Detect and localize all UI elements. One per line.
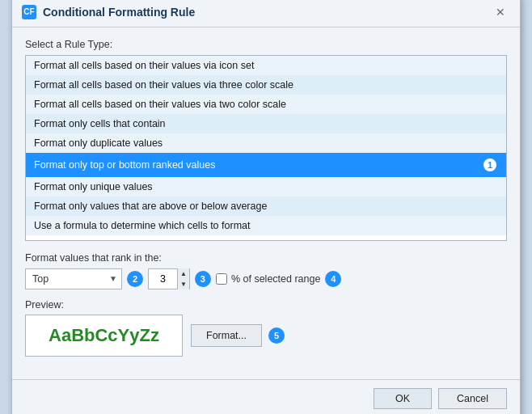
list-item-top-bottom-label: Format only top or bottom ranked values bbox=[34, 159, 215, 171]
rule-type-label: Select a Rule Type: bbox=[25, 39, 507, 50]
preview-section: Preview: AaBbCcYyZz Format... 5 bbox=[25, 299, 507, 357]
cancel-button[interactable]: Cancel bbox=[438, 388, 507, 409]
badge-5: 5 bbox=[268, 327, 285, 344]
format-button[interactable]: Format... bbox=[191, 324, 262, 347]
rank-dropdown-wrap[interactable]: Top Bottom ▼ bbox=[25, 268, 122, 289]
list-item-duplicate[interactable]: Format only duplicate values bbox=[26, 133, 506, 153]
list-item-icon-set[interactable]: Format all cells based on their values v… bbox=[26, 56, 506, 75]
rank-section-label: Format values that rank in the: bbox=[25, 252, 507, 264]
rank-number-input[interactable] bbox=[149, 269, 177, 289]
dialog-body: Select a Rule Type: Format all cells bas… bbox=[12, 27, 520, 379]
spin-up-button[interactable]: ▲ bbox=[178, 268, 189, 279]
preview-label: Preview: bbox=[25, 299, 507, 310]
list-item-contain[interactable]: Format only cells that contain bbox=[26, 114, 506, 133]
badge-4: 4 bbox=[325, 271, 341, 287]
rank-dropdown[interactable]: Top Bottom bbox=[25, 268, 122, 289]
percent-checkbox[interactable] bbox=[216, 273, 227, 285]
preview-box: AaBbCcYyZz bbox=[25, 315, 183, 357]
spin-down-button[interactable]: ▼ bbox=[178, 279, 189, 289]
spin-buttons[interactable]: ▲ ▼ bbox=[177, 268, 189, 289]
percent-checkbox-wrap[interactable]: % of selected range bbox=[216, 273, 321, 285]
list-item-top-bottom[interactable]: Format only top or bottom ranked values … bbox=[26, 153, 506, 177]
dialog-title: Conditional Formatting Rule bbox=[43, 6, 195, 19]
percent-checkbox-label: % of selected range bbox=[231, 273, 321, 285]
badge-2: 2 bbox=[127, 271, 143, 287]
dialog-footer: OK Cancel bbox=[12, 379, 520, 415]
close-button[interactable]: ✕ bbox=[491, 4, 510, 20]
rank-controls-row: Top Bottom ▼ 2 ▲ ▼ 3 % of selected ra bbox=[25, 268, 507, 289]
badge-3: 3 bbox=[195, 271, 211, 287]
ok-button[interactable]: OK bbox=[374, 388, 432, 409]
format-btn-wrap: Format... 5 bbox=[191, 324, 285, 347]
conditional-formatting-dialog: CF Conditional Formatting Rule ✕ Select … bbox=[11, 0, 521, 414]
list-item-unique[interactable]: Format only unique values bbox=[26, 177, 506, 196]
badge-1: 1 bbox=[482, 157, 498, 173]
list-item-three-color[interactable]: Format all cells based on their values v… bbox=[26, 75, 506, 95]
list-item-two-color[interactable]: Format all cells based on their values v… bbox=[26, 95, 506, 114]
list-item-formula[interactable]: Use a formula to determine which cells t… bbox=[26, 216, 506, 235]
preview-row: AaBbCcYyZz Format... 5 bbox=[25, 315, 507, 357]
dialog-icon: CF bbox=[22, 5, 36, 19]
dialog-icon-text: CF bbox=[23, 7, 34, 16]
list-item-above-below[interactable]: Format only values that are above or bel… bbox=[26, 196, 506, 216]
rule-type-list[interactable]: Format all cells based on their values v… bbox=[25, 55, 507, 241]
title-bar: CF Conditional Formatting Rule ✕ bbox=[12, 0, 520, 27]
number-input-wrap[interactable]: ▲ ▼ bbox=[148, 268, 190, 289]
preview-sample-text: AaBbCcYyZz bbox=[49, 325, 159, 346]
title-bar-left: CF Conditional Formatting Rule bbox=[22, 5, 195, 19]
